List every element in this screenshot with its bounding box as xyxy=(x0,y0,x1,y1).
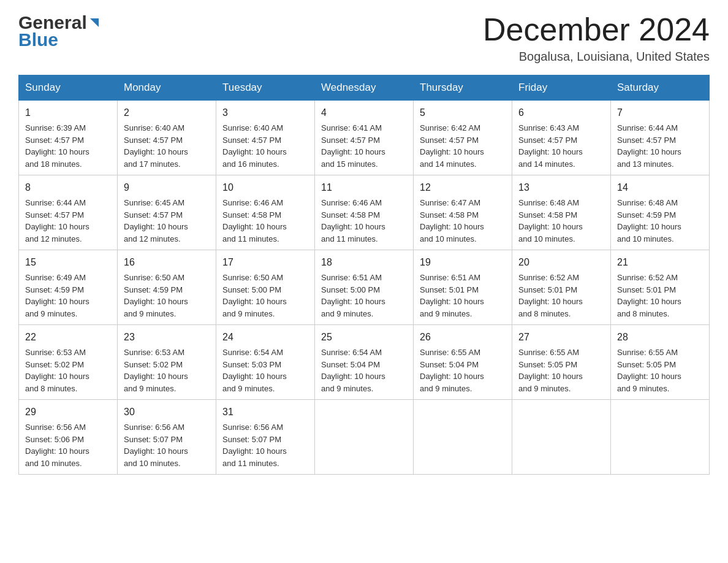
calendar-cell: 29Sunrise: 6:56 AMSunset: 5:06 PMDayligh… xyxy=(19,400,118,475)
day-info: Sunrise: 6:55 AMSunset: 5:05 PMDaylight:… xyxy=(518,348,583,393)
day-number: 31 xyxy=(222,405,308,419)
day-info: Sunrise: 6:48 AMSunset: 4:59 PMDaylight:… xyxy=(617,198,681,243)
day-info: Sunrise: 6:53 AMSunset: 5:02 PMDaylight:… xyxy=(124,348,188,393)
calendar-cell xyxy=(611,400,710,475)
day-info: Sunrise: 6:42 AMSunset: 4:57 PMDaylight:… xyxy=(420,123,484,169)
day-info: Sunrise: 6:45 AMSunset: 4:57 PMDaylight:… xyxy=(124,198,188,243)
location-subtitle: Bogalusa, Louisiana, United States xyxy=(483,50,710,64)
calendar-cell: 19Sunrise: 6:51 AMSunset: 5:01 PMDayligh… xyxy=(414,250,512,325)
calendar-cell: 20Sunrise: 6:52 AMSunset: 5:01 PMDayligh… xyxy=(512,250,611,325)
calendar-cell: 21Sunrise: 6:52 AMSunset: 5:01 PMDayligh… xyxy=(611,250,710,325)
day-number: 24 xyxy=(222,330,308,345)
day-number: 25 xyxy=(321,330,407,345)
day-info: Sunrise: 6:55 AMSunset: 5:05 PMDaylight:… xyxy=(617,348,681,393)
day-info: Sunrise: 6:52 AMSunset: 5:01 PMDaylight:… xyxy=(617,273,681,318)
logo-blue-text: Blue xyxy=(18,29,58,50)
logo-arrow-icon xyxy=(88,17,101,30)
calendar-cell xyxy=(414,400,512,475)
calendar-cell: 4Sunrise: 6:41 AMSunset: 4:57 PMDaylight… xyxy=(315,101,414,175)
day-number: 23 xyxy=(124,330,210,345)
day-info: Sunrise: 6:54 AMSunset: 5:04 PMDaylight:… xyxy=(321,348,385,393)
calendar-cell: 30Sunrise: 6:56 AMSunset: 5:07 PMDayligh… xyxy=(118,400,216,475)
day-info: Sunrise: 6:46 AMSunset: 4:58 PMDaylight:… xyxy=(222,198,287,243)
day-info: Sunrise: 6:56 AMSunset: 5:07 PMDaylight:… xyxy=(222,423,287,468)
calendar-header-row: SundayMondayTuesdayWednesdayThursdayFrid… xyxy=(19,75,710,101)
calendar-week-row: 22Sunrise: 6:53 AMSunset: 5:02 PMDayligh… xyxy=(19,325,710,400)
day-number: 19 xyxy=(420,255,506,270)
day-number: 3 xyxy=(222,105,308,120)
day-number: 4 xyxy=(321,105,407,120)
day-info: Sunrise: 6:40 AMSunset: 4:57 PMDaylight:… xyxy=(124,123,188,169)
day-number: 9 xyxy=(124,180,210,195)
day-of-week-header: Friday xyxy=(512,75,611,101)
calendar-cell: 3Sunrise: 6:40 AMSunset: 4:57 PMDaylight… xyxy=(216,101,315,175)
day-info: Sunrise: 6:56 AMSunset: 5:07 PMDaylight:… xyxy=(124,423,188,468)
calendar-week-row: 15Sunrise: 6:49 AMSunset: 4:59 PMDayligh… xyxy=(19,250,710,325)
day-number: 20 xyxy=(518,255,604,270)
day-info: Sunrise: 6:44 AMSunset: 4:57 PMDaylight:… xyxy=(25,198,89,243)
calendar-cell xyxy=(512,400,611,475)
day-info: Sunrise: 6:52 AMSunset: 5:01 PMDaylight:… xyxy=(518,273,583,318)
calendar-cell: 8Sunrise: 6:44 AMSunset: 4:57 PMDaylight… xyxy=(19,175,118,250)
day-info: Sunrise: 6:54 AMSunset: 5:03 PMDaylight:… xyxy=(222,348,287,393)
day-number: 8 xyxy=(25,180,111,195)
day-info: Sunrise: 6:53 AMSunset: 5:02 PMDaylight:… xyxy=(25,348,89,393)
calendar-week-row: 8Sunrise: 6:44 AMSunset: 4:57 PMDaylight… xyxy=(19,175,710,250)
calendar-cell xyxy=(315,400,414,475)
day-of-week-header: Sunday xyxy=(19,75,118,101)
calendar-cell: 13Sunrise: 6:48 AMSunset: 4:58 PMDayligh… xyxy=(512,175,611,250)
day-info: Sunrise: 6:41 AMSunset: 4:57 PMDaylight:… xyxy=(321,123,385,169)
day-number: 7 xyxy=(617,105,703,120)
day-info: Sunrise: 6:40 AMSunset: 4:57 PMDaylight:… xyxy=(222,123,287,169)
day-number: 16 xyxy=(124,255,210,270)
day-number: 12 xyxy=(420,180,506,195)
day-number: 15 xyxy=(25,255,111,270)
day-info: Sunrise: 6:55 AMSunset: 5:04 PMDaylight:… xyxy=(420,348,484,393)
calendar-cell: 31Sunrise: 6:56 AMSunset: 5:07 PMDayligh… xyxy=(216,400,315,475)
day-info: Sunrise: 6:43 AMSunset: 4:57 PMDaylight:… xyxy=(518,123,583,169)
day-of-week-header: Tuesday xyxy=(216,75,315,101)
day-number: 14 xyxy=(617,180,703,195)
calendar-cell: 17Sunrise: 6:50 AMSunset: 5:00 PMDayligh… xyxy=(216,250,315,325)
day-number: 10 xyxy=(222,180,308,195)
calendar-cell: 18Sunrise: 6:51 AMSunset: 5:00 PMDayligh… xyxy=(315,250,414,325)
day-of-week-header: Saturday xyxy=(611,75,710,101)
day-info: Sunrise: 6:51 AMSunset: 5:00 PMDaylight:… xyxy=(321,273,385,318)
day-number: 2 xyxy=(124,105,210,120)
calendar-cell: 9Sunrise: 6:45 AMSunset: 4:57 PMDaylight… xyxy=(118,175,216,250)
day-number: 28 xyxy=(617,330,703,345)
logo: General Blue xyxy=(18,12,101,50)
calendar-cell: 26Sunrise: 6:55 AMSunset: 5:04 PMDayligh… xyxy=(414,325,512,400)
day-info: Sunrise: 6:50 AMSunset: 4:59 PMDaylight:… xyxy=(124,273,188,318)
calendar-cell: 22Sunrise: 6:53 AMSunset: 5:02 PMDayligh… xyxy=(19,325,118,400)
day-number: 21 xyxy=(617,255,703,270)
calendar-cell: 6Sunrise: 6:43 AMSunset: 4:57 PMDaylight… xyxy=(512,101,611,175)
title-block: December 2024 Bogalusa, Louisiana, Unite… xyxy=(483,12,710,64)
calendar-cell: 16Sunrise: 6:50 AMSunset: 4:59 PMDayligh… xyxy=(118,250,216,325)
day-info: Sunrise: 6:46 AMSunset: 4:58 PMDaylight:… xyxy=(321,198,385,243)
day-number: 26 xyxy=(420,330,506,345)
calendar-cell: 1Sunrise: 6:39 AMSunset: 4:57 PMDaylight… xyxy=(19,101,118,175)
svg-marker-0 xyxy=(90,18,99,27)
calendar-cell: 2Sunrise: 6:40 AMSunset: 4:57 PMDaylight… xyxy=(118,101,216,175)
day-of-week-header: Wednesday xyxy=(315,75,414,101)
day-number: 13 xyxy=(518,180,604,195)
day-number: 5 xyxy=(420,105,506,120)
day-number: 18 xyxy=(321,255,407,270)
month-title: December 2024 xyxy=(483,12,710,47)
day-info: Sunrise: 6:48 AMSunset: 4:58 PMDaylight:… xyxy=(518,198,583,243)
day-number: 29 xyxy=(25,405,111,419)
calendar-cell: 5Sunrise: 6:42 AMSunset: 4:57 PMDaylight… xyxy=(414,101,512,175)
day-info: Sunrise: 6:56 AMSunset: 5:06 PMDaylight:… xyxy=(25,423,89,468)
calendar-cell: 15Sunrise: 6:49 AMSunset: 4:59 PMDayligh… xyxy=(19,250,118,325)
page-header: General Blue December 2024 Bogalusa, Lou… xyxy=(18,12,710,64)
day-info: Sunrise: 6:39 AMSunset: 4:57 PMDaylight:… xyxy=(25,123,89,169)
day-info: Sunrise: 6:50 AMSunset: 5:00 PMDaylight:… xyxy=(222,273,287,318)
day-number: 11 xyxy=(321,180,407,195)
day-of-week-header: Thursday xyxy=(414,75,512,101)
day-number: 30 xyxy=(124,405,210,419)
calendar-cell: 23Sunrise: 6:53 AMSunset: 5:02 PMDayligh… xyxy=(118,325,216,400)
calendar-cell: 11Sunrise: 6:46 AMSunset: 4:58 PMDayligh… xyxy=(315,175,414,250)
calendar-cell: 25Sunrise: 6:54 AMSunset: 5:04 PMDayligh… xyxy=(315,325,414,400)
calendar-week-row: 1Sunrise: 6:39 AMSunset: 4:57 PMDaylight… xyxy=(19,101,710,175)
